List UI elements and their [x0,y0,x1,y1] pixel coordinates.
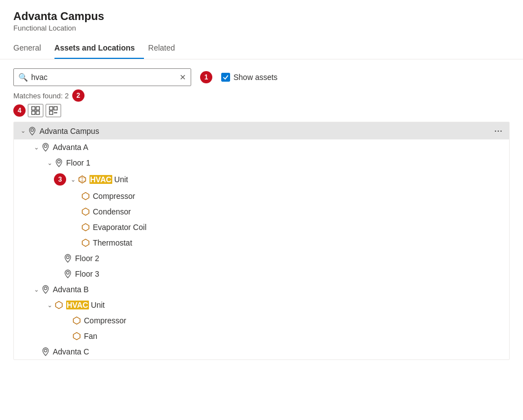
step3-badge: 3 [54,173,66,186]
label-condensor-1: Condensor [93,207,505,216]
expand-all-icon [31,106,40,115]
highlight-hvac-2: HVAC [66,301,89,309]
label-advanta-b: Advanta B [53,285,505,294]
collapse-all-icon [49,106,58,115]
search-box[interactable]: 🔍 ✕ [13,68,191,86]
svg-point-9 [44,145,47,148]
page-title: Advanta Campus [13,10,510,23]
collapse-all-button[interactable] [46,104,61,117]
tree-item-compressor-2[interactable]: Compressor [14,313,509,328]
asset-icon-evaporator-coil-1 [81,222,91,232]
label-compressor-1: Compressor [93,192,505,201]
tree-item-fan-1[interactable]: Fan [14,328,509,344]
svg-point-12 [67,272,69,274]
svg-rect-0 [32,107,35,110]
asset-icon-condensor-1 [81,207,91,217]
tree-item-hvac-unit-2[interactable]: ⌄ HVAC Unit [14,297,509,313]
label-hvac-unit-1: HVAC Unit [89,175,505,184]
chevron-floor-1[interactable]: ⌄ [45,158,54,167]
asset-icon-hvac-unit-1 [77,174,87,184]
matches-text: Matches found: 2 [13,92,69,100]
label-floor-3: Floor 3 [75,269,505,278]
location-icon-advanta-b [41,284,51,294]
svg-rect-4 [49,107,53,110]
label-advanta-c: Advanta C [53,347,505,356]
asset-icon-compressor-1 [81,191,91,201]
page-header: Advanta Campus Functional Location [0,0,523,32]
expand-all-button[interactable] [28,104,43,117]
svg-point-14 [44,349,47,352]
label-fan-1: Fan [84,332,505,341]
asset-icon-compressor-2 [72,316,82,326]
step2-badge: 2 [72,89,84,102]
tree-item-floor-1[interactable]: ⌄ Floor 1 [14,155,509,171]
tree-item-condensor-1[interactable]: Condensor [14,204,509,219]
tree-item-advanta-campus[interactable]: ⌄ Advanta Campus ··· [14,122,509,139]
chevron-advanta-b[interactable]: ⌄ [32,285,41,294]
label-floor-1: Floor 1 [66,158,505,167]
asset-icon-thermostat-1 [81,238,91,248]
tree-item-advanta-b[interactable]: ⌄ Advanta B [14,282,509,297]
label-evaporator-coil-1: Evaporator Coil [93,223,505,232]
svg-point-13 [44,287,47,290]
svg-rect-1 [36,107,39,110]
chevron-hvac-unit-1[interactable]: ⌄ [68,175,77,184]
chevron-advanta-a[interactable]: ⌄ [32,143,41,152]
svg-rect-3 [36,111,39,114]
tree-item-compressor-1[interactable]: Compressor [14,188,509,204]
svg-point-8 [31,128,34,131]
matches-row: Matches found: 2 2 [13,89,510,102]
tree-item-advanta-c[interactable]: Advanta C [14,344,509,359]
svg-point-10 [58,161,61,163]
tree-item-hvac-unit-1[interactable]: 3 ⌄ HVAC Unit [14,171,509,188]
page-subtitle: Functional Location [13,24,510,32]
svg-rect-2 [32,111,35,114]
step1-badge: 1 [200,71,212,83]
location-icon-floor-2 [63,253,73,263]
label-floor-2: Floor 2 [75,254,505,263]
tab-related[interactable]: Related [148,38,184,59]
checkbox-label: Show assets [233,73,277,82]
location-icon-advanta-c [41,347,51,357]
more-button-advanta-campus[interactable]: ··· [492,125,505,137]
highlight-hvac-1: HVAC [89,175,112,184]
tab-general[interactable]: General [13,38,50,59]
location-icon-advanta-a [41,142,51,152]
label-advanta-a: Advanta A [53,143,505,152]
tree-item-advanta-a[interactable]: ⌄ Advanta A [14,139,509,155]
tree-item-floor-2[interactable]: Floor 2 [14,251,509,266]
tree-item-thermostat-1[interactable]: Thermostat [14,235,509,251]
label-compressor-2: Compressor [84,316,505,325]
svg-rect-5 [54,107,57,110]
search-input[interactable] [31,73,180,82]
tab-bar: General Assets and Locations Related [0,38,523,59]
toolbar-row: 4 [13,104,510,117]
tree-item-floor-3[interactable]: Floor 3 [14,266,509,282]
step4-badge: 4 [13,104,26,117]
checkbox-box [221,73,230,82]
asset-icon-fan-1 [72,331,82,341]
location-icon-floor-3 [63,269,73,279]
search-icon: 🔍 [18,73,28,82]
chevron-advanta-campus[interactable]: ⌄ [18,127,27,136]
svg-point-11 [67,256,69,259]
label-advanta-campus: Advanta Campus [39,127,492,136]
content-area: 🔍 ✕ 1 Show assets Matches found: 2 2 4 [0,59,523,369]
label-hvac-unit-2: HVAC Unit [66,301,505,309]
tree-container: ⌄ Advanta Campus ··· ⌄ Advanta A [13,122,510,360]
label-thermostat-1: Thermostat [93,238,505,247]
clear-icon[interactable]: ✕ [180,73,186,82]
show-assets-checkbox[interactable]: Show assets [221,73,277,82]
chevron-hvac-unit-2[interactable]: ⌄ [45,301,54,309]
search-row: 🔍 ✕ 1 Show assets [13,68,510,86]
location-icon-floor-1 [54,158,64,168]
asset-icon-hvac-unit-2 [54,300,64,310]
tree-item-evaporator-coil-1[interactable]: Evaporator Coil [14,219,509,235]
tab-assets-locations[interactable]: Assets and Locations [54,38,144,59]
svg-rect-6 [49,111,53,114]
location-icon-advanta-campus [27,126,37,136]
